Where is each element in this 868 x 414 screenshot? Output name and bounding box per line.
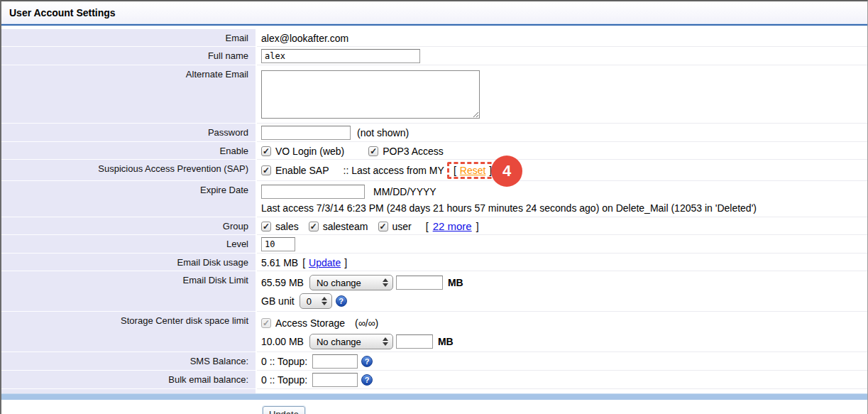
row-group: Group ✓ sales ✓ salesteam ✓ user [ 22 mo… <box>1 217 867 235</box>
group-sales-label: sales <box>275 221 299 232</box>
full-name-label: Full name <box>1 47 257 65</box>
page-header: User Account Settings <box>1 1 867 23</box>
storage-limit-input[interactable] <box>396 334 433 349</box>
pop3-access-checkbox[interactable]: ✓ <box>368 146 378 156</box>
row-disk-usage: Email Disk usage 5.61 MB [ Update ] <box>1 254 867 271</box>
group-user-checkbox[interactable]: ✓ <box>378 222 388 231</box>
step-4-badge: 4 <box>491 156 522 187</box>
row-disk-limit: Email Disk Limit 65.59 MB No change MB G… <box>1 271 867 312</box>
group-salesteam-label: salesteam <box>323 221 368 232</box>
expire-date-label: Expire Date <box>1 181 257 217</box>
group-salesteam-checkbox[interactable]: ✓ <box>309 222 319 231</box>
enable-sap-checkbox[interactable]: ✓ <box>261 165 271 175</box>
storage-select-value: No change <box>317 337 361 347</box>
alternate-email-textarea[interactable] <box>261 70 480 119</box>
disk-usage-value: 5.61 MB <box>261 257 298 268</box>
last-access-text: Last access 7/3/14 6:23 PM (248 days 21 … <box>261 202 757 214</box>
select-arrows-icon <box>383 337 388 346</box>
password-note: (not shown) <box>357 127 409 138</box>
row-bulk-email-balance: Bulk email balance: 0 :: Topup: ? <box>1 371 867 389</box>
row-full-name: Full name <box>1 47 867 65</box>
sms-balance-label: SMS Balance: <box>1 352 257 371</box>
row-password: Password (not shown) <box>1 124 867 142</box>
group-sales-checkbox[interactable]: ✓ <box>261 222 271 231</box>
row-alternate-email: Alternate Email <box>1 65 867 124</box>
date-format-hint: MM/DD/YYYY <box>373 186 436 197</box>
sap-status-text: :: Last access from MY <box>344 165 444 176</box>
disk-usage-update-link[interactable]: Update <box>309 257 341 268</box>
bracket-open: [ <box>302 257 305 268</box>
gb-unit-select-value: 0 <box>307 296 312 307</box>
pop3-access-label: POP3 Access <box>383 146 444 157</box>
disk-limit-unit: MB <box>448 277 463 288</box>
bulk-topup-input[interactable] <box>312 373 358 387</box>
bracket-open: [ <box>426 221 429 232</box>
group-label: Group <box>1 217 257 235</box>
disk-limit-current: 65.59 MB <box>261 277 304 288</box>
sms-balance-value: 0 :: Topup: <box>261 356 307 367</box>
group-user-label: user <box>392 221 412 232</box>
disk-limit-select[interactable]: No change <box>309 275 393 290</box>
full-name-input[interactable] <box>261 49 420 63</box>
update-button[interactable]: Update <box>263 406 305 414</box>
enable-label: Enable <box>1 142 257 160</box>
vo-login-checkbox[interactable]: ✓ <box>261 146 271 156</box>
row-expire-date: Expire Date MM/DD/YYYY Last access 7/3/1… <box>1 181 867 217</box>
disk-usage-label: Email Disk usage <box>1 254 257 271</box>
row-level: Level <box>1 235 867 254</box>
sms-topup-input[interactable] <box>312 354 358 369</box>
expire-date-input[interactable] <box>261 185 365 199</box>
bulk-help-icon[interactable]: ? <box>361 374 373 386</box>
enable-sap-label: Enable SAP <box>275 165 329 176</box>
email-label: Email <box>1 29 257 47</box>
sap-label: Suspicious Access Prevention (SAP) <box>1 160 257 181</box>
bracket-close: ] <box>344 257 347 268</box>
access-storage-checkbox: ✓ <box>261 318 271 328</box>
storage-select[interactable]: No change <box>309 334 393 349</box>
email-value: alex@lookafter.com <box>257 29 867 47</box>
row-sap: Suspicious Access Prevention (SAP) ✓ Ena… <box>1 160 867 181</box>
storage-quota: (∞/∞) <box>355 317 378 329</box>
storage-unit: MB <box>438 336 454 347</box>
level-label: Level <box>1 235 257 254</box>
bulk-email-balance-value: 0 :: Topup: <box>261 374 307 386</box>
level-input[interactable] <box>261 237 295 251</box>
disk-limit-label: Email Disk Limit <box>1 271 257 312</box>
password-label: Password <box>1 124 257 142</box>
select-arrows-icon <box>383 278 388 287</box>
row-storage-center: Storage Center disk space limit ✓ Access… <box>1 312 867 352</box>
reset-link[interactable]: Reset <box>460 165 486 176</box>
footer-divider-bar <box>1 393 867 400</box>
sms-help-icon[interactable]: ? <box>361 356 373 367</box>
bracket-open: [ <box>454 165 456 176</box>
row-enable: Enable ✓ VO Login (web) ✓ POP3 Access <box>1 142 867 160</box>
gb-unit-help-icon[interactable]: ? <box>336 295 347 307</box>
gb-unit-select[interactable]: 0 <box>300 293 332 309</box>
storage-current: 10.00 MB <box>261 336 304 347</box>
alternate-email-label: Alternate Email <box>1 65 257 124</box>
footer: Update <box>1 400 867 414</box>
disk-limit-select-value: No change <box>317 278 361 288</box>
bracket-close: ] <box>476 221 479 232</box>
bulk-email-balance-label: Bulk email balance: <box>1 371 257 389</box>
select-arrows-icon <box>322 297 327 305</box>
gb-unit-label: GB unit <box>261 295 295 307</box>
row-email: Email alex@lookafter.com <box>1 29 867 47</box>
user-account-settings-window: User Account Settings Email alex@lookaft… <box>0 0 868 414</box>
row-sms-balance: SMS Balance: 0 :: Topup: ? <box>1 352 867 371</box>
page-title: User Account Settings <box>9 7 116 18</box>
disk-limit-input[interactable] <box>396 276 443 290</box>
access-storage-label: Access Storage <box>275 317 345 329</box>
more-groups-link[interactable]: 22 more <box>433 220 472 232</box>
storage-center-label: Storage Center disk space limit <box>1 312 257 352</box>
vo-login-label: VO Login (web) <box>275 146 344 157</box>
password-input[interactable] <box>261 126 351 140</box>
